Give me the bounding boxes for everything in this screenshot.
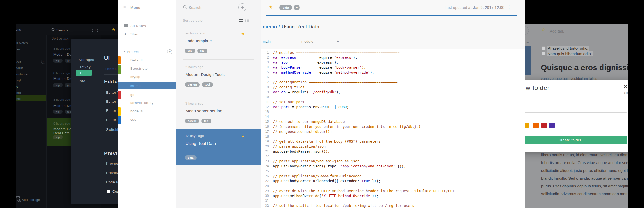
code-line-number: 15 (261, 119, 271, 124)
grid-view-icon[interactable] (239, 19, 243, 22)
list-view-icon[interactable] (245, 19, 249, 22)
code-line-number: 6 (261, 75, 271, 80)
dark-search-input[interactable]: Search (56, 28, 68, 32)
dark-sidebar-item[interactable]: ll Notes (16, 41, 28, 45)
settings-nav-ui[interactable]: UI (79, 71, 83, 75)
tag-pill[interactable]: tool (202, 82, 213, 87)
sidebar-item-starred[interactable]: Stard (130, 32, 140, 36)
code-token: // connect to our mongoDB database (273, 120, 345, 124)
sidebar-folder-Boostnote[interactable]: Boostnote (130, 67, 148, 70)
breadcrumb-folder[interactable]: memo (263, 24, 277, 29)
code-token: // configuration =======================… (273, 80, 398, 84)
search-input[interactable]: Search (189, 5, 202, 10)
sidebar-selected-folder-row[interactable]: memo (118, 82, 176, 89)
settings-nav-hotkey[interactable]: Hotkey (79, 65, 91, 69)
code-line-content: app.use(bodyParser.json({ type: 'applica… (271, 164, 406, 169)
sidebar-project-label[interactable]: Project (127, 50, 139, 54)
dark-add-folder-button[interactable]: + (41, 60, 45, 64)
code-token: )); (372, 194, 378, 198)
settings-nav-info[interactable]: Info (79, 79, 85, 83)
hamburger-menu-icon[interactable]: ≡ (123, 4, 126, 10)
code-line-content (271, 109, 273, 114)
note-card-selected[interactable]: 12 days ago★Using Real Datadata (176, 129, 261, 165)
dark-sidebar-item[interactable]: ostnote (16, 73, 28, 76)
create-folder-button[interactable]: Create folder (525, 136, 627, 144)
dark-star-icon[interactable]: ★ (112, 27, 115, 32)
sidebar-folder-memo[interactable]: memo (130, 84, 141, 88)
tag-pill[interactable]: wip (53, 110, 63, 114)
folder-name-input[interactable] (525, 105, 627, 113)
tag-pill[interactable]: data (185, 155, 197, 160)
add-tag-input[interactable]: Add tag... (550, 29, 567, 33)
dark-sidebar-item[interactable]: fault (16, 66, 23, 70)
add-tag-button[interactable]: + (294, 5, 300, 10)
chevron-down-icon[interactable]: ▼ (123, 50, 125, 53)
star-outline-icon[interactable]: ☆ (541, 27, 545, 33)
tag-pill[interactable]: tag (197, 49, 207, 53)
close-icon[interactable]: × (624, 83, 627, 90)
dark-sidebar-item[interactable]: e (16, 85, 18, 88)
new-tab-button[interactable]: + (337, 39, 339, 43)
settings-nav-storages[interactable]: Storages (79, 58, 94, 62)
tag-pill[interactable]: tag (201, 119, 211, 123)
note-star-icon[interactable]: ★ (241, 134, 245, 139)
code-token: // get all data/stuff of the body (POST)… (273, 139, 381, 144)
dark-sort-label[interactable]: Sort by xxx (52, 37, 69, 40)
dark-sidebar-item[interactable]: sql (16, 79, 21, 82)
tag-pill[interactable]: server (185, 119, 199, 123)
color-swatch[interactable] (533, 123, 539, 128)
tab-main[interactable]: main (263, 40, 271, 43)
dark-new-note-button[interactable]: + (92, 28, 98, 33)
code-line-content: var bodyParser = require('body-parser'); (271, 65, 366, 70)
color-swatch[interactable] (541, 123, 547, 128)
code-line-content: var db = require('./config/db'); (271, 90, 340, 95)
sidebar-folder-nodeJs[interactable]: nodeJs (130, 109, 143, 113)
code-line: 19// get all data/stuff of the body (POS… (261, 139, 525, 144)
list-icon[interactable]: ≡ (526, 40, 529, 44)
checklist-item: Nam quis bibendum odio. (547, 51, 593, 56)
checkbox[interactable] (542, 46, 545, 50)
tab-module[interactable]: module (301, 40, 313, 43)
menu-label[interactable]: Menu (130, 5, 140, 10)
code-line-number: 32 (261, 203, 271, 208)
tag-pill[interactable]: wip (185, 49, 195, 53)
code-editor[interactable]: 1// modules ============================… (261, 49, 525, 208)
code-line-content: // parse application/x-www-form-urlencod… (271, 174, 361, 179)
note-star-icon[interactable]: ★ (269, 4, 273, 10)
dark-sidebar-item[interactable]: ect (16, 60, 21, 64)
settings-preview-heading: Previe (104, 151, 120, 156)
sidebar-folder-Default[interactable]: Default (130, 58, 143, 62)
code-line-content (271, 134, 273, 139)
code-token: var (273, 55, 279, 60)
dark-sidebar-item[interactable]: ard (16, 48, 21, 51)
tag-pill[interactable]: design (185, 82, 200, 87)
settings-checkbox[interactable] (107, 190, 110, 193)
sort-by-label[interactable]: Sort by date (183, 18, 203, 22)
new-note-button[interactable] (525, 26, 529, 35)
kebab-menu-icon[interactable]: ⋮ (507, 4, 511, 9)
color-swatch[interactable] (525, 123, 529, 128)
tag-pill[interactable]: wip (53, 135, 63, 139)
sidebar-folder-laravel_study[interactable]: laravel_study (130, 101, 154, 105)
code-line: 23// parse application/vnd.api+json as j… (261, 159, 525, 164)
dark-sidebar-item[interactable]: mo (16, 91, 21, 95)
code-token (279, 90, 281, 94)
header-divider (537, 38, 628, 38)
note-tag-pill[interactable]: data (279, 5, 292, 10)
note-star-icon[interactable]: ★ (241, 31, 245, 36)
code-token: // parse application/x-www-form-urlencod… (273, 174, 361, 178)
new-note-button[interactable]: + (238, 3, 246, 11)
sidebar-folder-css[interactable]: css (130, 118, 136, 121)
dark-sidebar-item[interactable]: ers (16, 97, 21, 101)
sidebar-folder-git[interactable]: git (130, 93, 135, 97)
code-line: 25 (261, 169, 525, 174)
checkbox[interactable] (542, 52, 545, 55)
add-folder-button[interactable]: + (167, 49, 172, 54)
sidebar-item-all-notes[interactable]: All Notes (130, 24, 146, 28)
add-storage-button[interactable]: Add storage (22, 198, 40, 202)
sidebar-folder-mysql[interactable]: mysql (130, 75, 140, 79)
color-swatch[interactable] (549, 123, 555, 128)
tag-pill[interactable]: wip (53, 59, 63, 63)
tag-pill[interactable]: wip (53, 83, 63, 87)
dark-menu-label[interactable]: enu (16, 28, 21, 31)
